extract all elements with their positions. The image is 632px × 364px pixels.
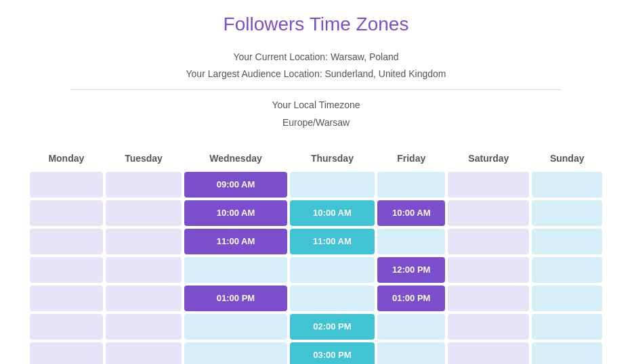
table-cell [532, 286, 602, 311]
timezone-label: Your Local Timezone [27, 97, 605, 114]
current-location: Your Current Location: Warsaw, Poland [27, 49, 605, 66]
table-cell [30, 314, 103, 340]
table-cell [30, 200, 103, 226]
table-cell [448, 172, 529, 198]
table-row: 12:00 PM [30, 257, 602, 283]
table-cell [106, 172, 182, 198]
table-cell [30, 286, 103, 311]
day-header-sunday: Sunday [532, 147, 602, 169]
largest-audience-location: Your Largest Audience Location: Sunderla… [27, 66, 605, 83]
timezone-info: Your Local Timezone Europe/Warsaw [27, 97, 605, 131]
table-cell [448, 257, 529, 283]
table-cell [106, 314, 182, 340]
table-cell [184, 342, 287, 364]
table-cell: 10:00 AM [290, 200, 375, 226]
table-row: 11:00 AM11:00 AM [30, 229, 602, 254]
divider [70, 89, 562, 90]
table-cell: 11:00 AM [184, 229, 287, 254]
table-cell [532, 200, 602, 226]
table-cell [30, 172, 103, 198]
table-cell: 10:00 AM [377, 200, 445, 226]
table-row: 02:00 PM [30, 314, 602, 340]
table-cell [448, 342, 529, 364]
table-cell: 01:00 PM [184, 286, 287, 311]
table-cell: 03:00 PM [290, 342, 375, 364]
page-container: Followers Time Zones Your Current Locati… [0, 0, 632, 364]
page-title: Followers Time Zones [27, 14, 605, 35]
table-cell [106, 257, 182, 283]
timezone-value: Europe/Warsaw [27, 114, 605, 131]
table-cell [448, 286, 529, 311]
table-cell [290, 172, 375, 198]
table-cell [532, 229, 602, 254]
table-cell: 11:00 AM [290, 229, 375, 254]
day-header-saturday: Saturday [448, 147, 529, 169]
table-cell [532, 314, 602, 340]
table-row: 01:00 PM01:00 PM [30, 286, 602, 311]
table-row: 10:00 AM10:00 AM10:00 AM [30, 200, 602, 226]
table-cell [106, 200, 182, 226]
day-header-thursday: Thursday [290, 147, 375, 169]
table-cell [184, 257, 287, 283]
table-cell [30, 257, 103, 283]
header-row: MondayTuesdayWednesdayThursdayFridaySatu… [30, 147, 602, 169]
table-row: 03:00 PM [30, 342, 602, 364]
table-cell: 02:00 PM [290, 314, 375, 340]
table-cell [532, 172, 602, 198]
table-cell [377, 314, 445, 340]
table-cell [290, 257, 375, 283]
table-cell [106, 342, 182, 364]
table-cell: 10:00 AM [184, 200, 287, 226]
day-header-friday: Friday [377, 147, 445, 169]
table-cell [448, 229, 529, 254]
schedule-table: MondayTuesdayWednesdayThursdayFridaySatu… [27, 145, 605, 364]
table-cell [184, 314, 287, 340]
table-cell [106, 229, 182, 254]
table-cell: 12:00 PM [377, 257, 445, 283]
day-header-tuesday: Tuesday [106, 147, 182, 169]
table-cell [377, 172, 445, 198]
table-cell [532, 257, 602, 283]
table-cell [30, 342, 103, 364]
day-header-wednesday: Wednesday [184, 147, 287, 169]
table-cell [377, 342, 445, 364]
table-cell: 01:00 PM [377, 286, 445, 311]
table-row: 09:00 AM [30, 172, 602, 198]
table-cell: 09:00 AM [184, 172, 287, 198]
table-cell [290, 286, 375, 311]
table-cell [377, 229, 445, 254]
table-cell [448, 314, 529, 340]
table-cell [448, 200, 529, 226]
table-cell [30, 229, 103, 254]
table-cell [106, 286, 182, 311]
location-info: Your Current Location: Warsaw, Poland Yo… [27, 49, 605, 83]
table-cell [532, 342, 602, 364]
day-header-monday: Monday [30, 147, 103, 169]
